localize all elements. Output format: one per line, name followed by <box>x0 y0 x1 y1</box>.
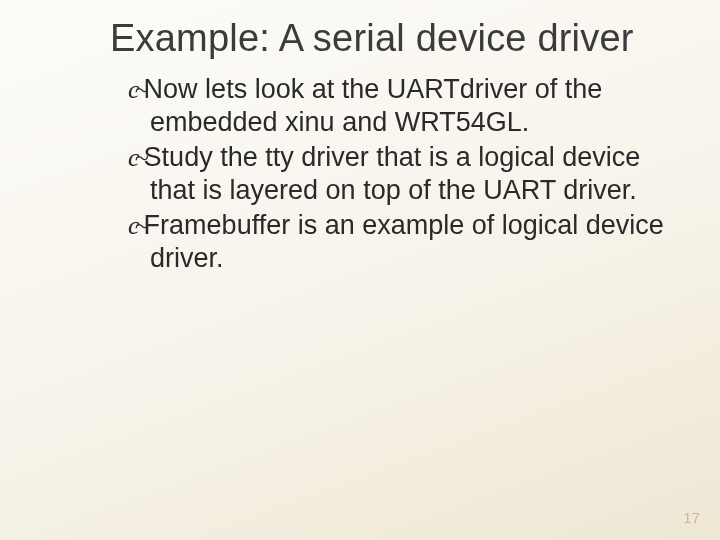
bullet-icon: c~ <box>128 75 144 104</box>
page-number: 17 <box>683 509 700 526</box>
list-item-text: Framebuffer is an example of logical dev… <box>144 210 664 273</box>
list-item-text: Study the tty driver that is a logical d… <box>144 142 641 205</box>
list-item: c~Now lets look at the UARTdriver of the… <box>128 73 670 139</box>
slide-title: Example: A serial device driver <box>110 18 670 59</box>
list-item-text: Now lets look at the UARTdriver of the e… <box>144 74 603 137</box>
bullet-icon: c~ <box>128 211 144 240</box>
list-item: c~Framebuffer is an example of logical d… <box>128 209 670 275</box>
bullet-icon: c~ <box>128 143 144 172</box>
list-item: c~Study the tty driver that is a logical… <box>128 141 670 207</box>
bullet-list: c~Now lets look at the UARTdriver of the… <box>110 73 670 275</box>
slide: Example: A serial device driver c~Now le… <box>0 0 720 540</box>
